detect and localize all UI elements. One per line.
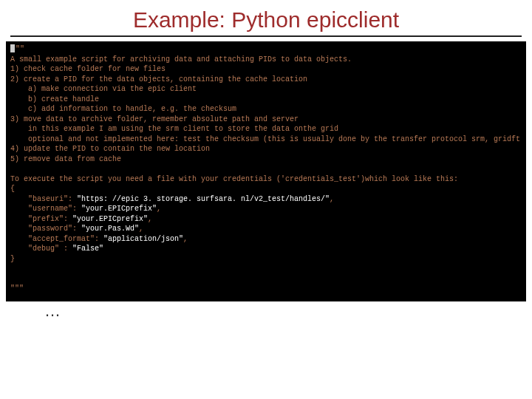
ellipsis-text: … <box>44 301 532 321</box>
code-line: "debug" : <box>10 245 72 253</box>
code-line: } <box>10 255 15 263</box>
code-line: , <box>183 235 188 243</box>
code-line: in this example I am using the srm clien… <box>10 125 338 133</box>
slide: Example: Python epicclient "" A small ex… <box>0 0 532 399</box>
code-line: "password": <box>10 225 81 233</box>
docstring-close: """ <box>10 284 24 293</box>
code-line: c) add information to handle, e.g. the c… <box>10 105 236 113</box>
code-string: "https: //epic 3. storage. surfsara. nl/… <box>77 195 330 203</box>
docstring-open: "" <box>16 45 24 53</box>
code-line: 4) update the PID to contain the new loc… <box>10 145 210 153</box>
code-line: optional and not implemented here: test … <box>10 135 526 143</box>
code-line: "prefix": <box>10 215 72 223</box>
code-line: "accept_format": <box>10 235 103 243</box>
code-string: "your.EPICprefix" <box>81 205 157 213</box>
code-line <box>10 165 15 173</box>
code-line: 2) create a PID for the data objects, co… <box>10 75 307 83</box>
code-line: , <box>148 215 152 223</box>
code-line: , <box>157 205 161 213</box>
code-line: , <box>139 225 143 233</box>
code-line: , <box>330 195 334 203</box>
code-line: b) create handle <box>10 95 99 103</box>
code-line: 5) remove data from cache <box>10 155 121 163</box>
code-string: "application/json" <box>103 235 183 243</box>
slide-title: Example: Python epicclient <box>0 0 532 35</box>
code-line: 1) check cache folder for new files <box>10 65 166 73</box>
code-line: To execute the script you need a file wi… <box>10 175 458 183</box>
code-line: A small example script for archiving dat… <box>10 55 352 64</box>
code-string: "your.Pas.Wd" <box>81 225 139 233</box>
code-string: "your.EPICprefix" <box>72 215 148 223</box>
cursor-icon <box>10 44 15 52</box>
code-line <box>10 275 15 283</box>
code-line: "baseuri": <box>10 195 77 203</box>
code-line <box>10 265 15 273</box>
code-line: 3) move data to archive folder, remember… <box>10 115 299 123</box>
code-string: "False" <box>72 245 103 253</box>
code-line: { <box>10 185 15 193</box>
title-underline <box>10 35 522 37</box>
code-line: "username": <box>10 205 81 213</box>
code-line: a) make connection via the epic client <box>10 85 197 93</box>
code-block: "" A small example script for archiving … <box>6 41 526 301</box>
